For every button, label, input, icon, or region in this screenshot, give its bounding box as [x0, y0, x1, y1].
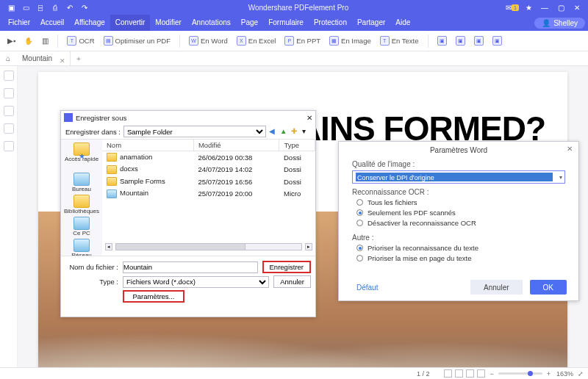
scroll-track[interactable]	[115, 243, 302, 250]
menu-formulaire[interactable]: Formulaire	[263, 15, 309, 31]
facing-continuous-view-icon[interactable]	[477, 369, 485, 378]
optimize-pdf-button[interactable]: ▤Optimiser un PDF	[101, 35, 174, 47]
annotations-panel-icon[interactable]	[4, 106, 14, 116]
menu-protection[interactable]: Protection	[309, 15, 352, 31]
default-link[interactable]: Défaut	[356, 284, 378, 292]
single-page-view-icon[interactable]	[444, 369, 452, 378]
thumbnails-icon[interactable]	[4, 71, 14, 81]
select-tool[interactable]: ▥	[39, 35, 51, 46]
other-option-text-recognition[interactable]: Prioriser la reconnaissance du texte	[356, 244, 565, 252]
maximize-icon[interactable]: ▢	[556, 2, 566, 12]
other-option-layout[interactable]: Prioriser la mise en page du texte	[356, 254, 565, 262]
document-tab[interactable]: Mountain ✕	[16, 51, 71, 66]
user-name: Shelley	[553, 19, 578, 27]
hand-tool[interactable]: ✋	[21, 35, 36, 46]
scroll-left-arrow[interactable]: ◂	[105, 243, 112, 250]
back-icon[interactable]: ◀	[269, 127, 278, 136]
search-panel-icon[interactable]	[4, 123, 14, 134]
dialog-close-icon[interactable]: ✕	[306, 114, 312, 122]
close-icon[interactable]: ✕	[572, 2, 582, 12]
col-modified[interactable]: Modifié	[193, 140, 279, 151]
views-icon[interactable]: ▾	[302, 127, 311, 136]
chevron-down-icon: ▾	[559, 174, 562, 181]
menu-modifier[interactable]: Modifier	[150, 15, 187, 31]
menu-partager[interactable]: Partager	[352, 15, 390, 31]
new-doc-icon[interactable]: ▭	[21, 2, 31, 12]
zoom-slider[interactable]	[498, 372, 542, 375]
redo-icon[interactable]: ↷	[79, 2, 90, 12]
places-sidebar: Accès rapide Bureau Bibliothèques Ce PC …	[61, 140, 102, 256]
table-row[interactable]: anamation26/06/2019 00:38Dossi	[102, 151, 315, 164]
continuous-view-icon[interactable]	[455, 369, 463, 378]
new-folder-icon[interactable]: ✚	[291, 127, 300, 136]
new-tab-button[interactable]: ＋	[71, 54, 87, 64]
image-quality-select[interactable]: Conserver le DPI d'origine ▾	[352, 170, 565, 184]
mail-icon[interactable]: ✉1	[507, 2, 517, 12]
star-icon[interactable]: ★	[523, 2, 534, 12]
home-icon[interactable]: ⌂	[0, 54, 16, 62]
batch-icon-2[interactable]: ▣	[453, 35, 468, 47]
up-icon[interactable]: ▲	[280, 127, 289, 136]
place-desktop[interactable]: Bureau	[72, 173, 91, 192]
print-icon[interactable]: ⎙	[50, 2, 60, 12]
to-image-button[interactable]: ▦En Image	[326, 35, 374, 47]
save-in-label: Enregistrer dans :	[65, 128, 121, 136]
fullscreen-icon[interactable]: ⤢	[578, 370, 584, 378]
ocr-option-disable[interactable]: Désactiver la reconnaissance OCR	[356, 219, 565, 227]
place-this-pc[interactable]: Ce PC	[73, 217, 90, 237]
ocr-option-scanned[interactable]: Seulement les PDF scannés	[356, 209, 565, 217]
scroll-thumb[interactable]	[116, 244, 245, 250]
batch-icon-3[interactable]: ▣	[471, 35, 487, 47]
menu-page[interactable]: Page	[236, 15, 263, 31]
parameters-button[interactable]: Paramètres...	[123, 290, 184, 303]
horizontal-scrollbar[interactable]: ◂ ▸	[102, 242, 315, 251]
col-name[interactable]: Nom	[102, 140, 193, 151]
zoom-out-icon[interactable]: −	[490, 370, 493, 378]
table-row[interactable]: Sample Forms25/07/2019 16:56Dossi	[102, 176, 315, 187]
menu-annotations[interactable]: Annotations	[187, 15, 236, 31]
undo-icon[interactable]: ↶	[65, 2, 75, 12]
open-icon[interactable]: ⌸	[35, 2, 46, 12]
pointer-tool[interactable]: ▶▪	[4, 35, 18, 46]
save-button[interactable]: Enregistrer	[262, 261, 311, 273]
batch-icon-1[interactable]: ▣	[434, 35, 450, 47]
to-excel-button[interactable]: XEn Excel	[234, 35, 279, 47]
bookmarks-icon[interactable]	[4, 88, 14, 98]
to-word-button[interactable]: WEn Word	[186, 35, 231, 47]
batch-icon-4[interactable]: ▣	[490, 35, 505, 47]
menu-accueil[interactable]: Accueil	[35, 15, 69, 31]
table-row[interactable]: Mountain25/07/2019 20:00Micro	[102, 187, 315, 199]
ocr-option-all[interactable]: Tous les fichiers	[356, 198, 565, 206]
other-group-label: Autre :	[352, 234, 565, 242]
tabstrip: ⌂ Mountain ✕ ＋	[0, 51, 588, 66]
save-in-select[interactable]: Sample Folder	[123, 126, 266, 137]
menu-fichier[interactable]: Fichier	[3, 15, 35, 31]
ocr-button[interactable]: TOCR	[64, 35, 97, 47]
menu-aide[interactable]: Aide	[390, 15, 415, 31]
zoom-thumb[interactable]	[528, 371, 533, 376]
table-row[interactable]: docxs24/07/2019 14:02Dossi	[102, 163, 315, 175]
menu-affichage[interactable]: Affichage	[69, 15, 110, 31]
facing-view-icon[interactable]	[466, 369, 474, 378]
to-ppt-button[interactable]: PEn PPT	[282, 35, 323, 47]
place-libraries[interactable]: Bibliothèques	[64, 195, 99, 214]
settings-cancel-button[interactable]: Annuler	[470, 280, 522, 295]
to-text-button[interactable]: TEn Texte	[377, 35, 422, 47]
statusbar: 1 / 2 − + 163% ⤢	[0, 367, 588, 379]
place-network[interactable]: Réseau	[71, 239, 92, 256]
place-quick-access[interactable]: Accès rapide	[65, 142, 98, 170]
settings-ok-button[interactable]: OK	[530, 280, 567, 295]
menu-convertir[interactable]: Convertir	[110, 15, 151, 31]
file-list[interactable]: Nom Modifié Type anamation26/06/2019 00:…	[102, 140, 315, 256]
minimize-icon[interactable]: —	[539, 2, 550, 12]
col-type[interactable]: Type	[279, 140, 315, 151]
filename-input[interactable]	[123, 261, 258, 273]
zoom-in-icon[interactable]: +	[547, 370, 551, 378]
user-pill[interactable]: 👤 Shelley	[534, 18, 585, 29]
cancel-button[interactable]: Annuler	[273, 275, 311, 288]
filetype-select[interactable]: Fichiers Word (*.docx)	[123, 276, 269, 288]
filetype-label: Type :	[65, 278, 118, 286]
word-settings-close-icon[interactable]: ✕	[567, 145, 573, 153]
attachments-icon[interactable]	[4, 141, 14, 151]
scroll-right-arrow[interactable]: ▸	[305, 243, 312, 250]
